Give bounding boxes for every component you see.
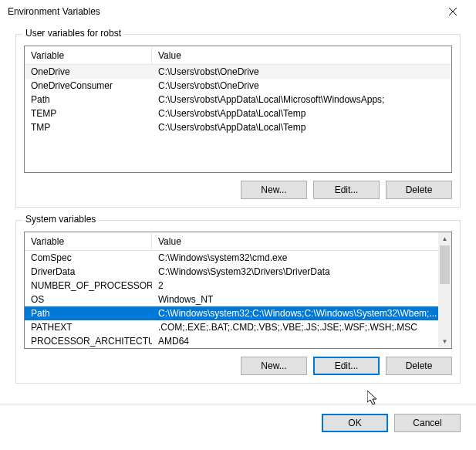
system-button-row: New... Edit... Delete (24, 357, 452, 375)
ok-button[interactable]: OK (322, 414, 388, 432)
scroll-up-icon[interactable]: ▲ (438, 232, 451, 245)
user-new-button[interactable]: New... (241, 181, 307, 199)
system-new-button[interactable]: New... (241, 357, 307, 375)
cell-value: C:\Windows\system32;C:\Windows;C:\Window… (152, 307, 438, 320)
table-row[interactable]: TMP C:\Users\robst\AppData\Local\Temp (25, 120, 451, 134)
cell-value: C:\Windows\system32\cmd.exe (152, 252, 438, 264)
window-title: Environment Variables (8, 6, 437, 17)
system-group-label: System variables (22, 214, 99, 225)
cell-variable: OS (25, 293, 152, 306)
cell-variable: TEMP (25, 107, 152, 120)
user-button-row: New... Edit... Delete (24, 181, 452, 199)
system-variables-table[interactable]: Variable Value ComSpec C:\Windows\system… (24, 232, 452, 349)
cell-variable: Path (25, 307, 152, 320)
user-variables-table[interactable]: Variable Value OneDrive C:\Users\robst\O… (24, 46, 452, 173)
cell-value: C:\Windows\System32\Drivers\DriverData (152, 266, 438, 278)
table-row[interactable]: DriverData C:\Windows\System32\Drivers\D… (25, 265, 438, 279)
cell-value: C:\Users\robst\OneDrive (152, 80, 451, 92)
cell-variable: OneDriveConsumer (25, 80, 152, 92)
user-delete-button[interactable]: Delete (386, 181, 452, 199)
cell-variable: DriverData (25, 266, 152, 278)
table-row-selected[interactable]: Path C:\Windows\system32;C:\Windows;C:\W… (25, 306, 438, 320)
cancel-button[interactable]: Cancel (394, 414, 461, 432)
table-row[interactable]: TEMP C:\Users\robst\AppData\Local\Temp (25, 107, 451, 120)
cell-variable: PROCESSOR_ARCHITECTURE (25, 335, 152, 347)
table-row[interactable]: ComSpec C:\Windows\system32\cmd.exe (25, 251, 438, 265)
column-header-value[interactable]: Value (152, 233, 438, 250)
column-header-variable[interactable]: Variable (25, 233, 152, 250)
cell-value: Windows_NT (152, 293, 438, 306)
cell-value: 2 (152, 279, 438, 292)
cell-variable: TMP (25, 121, 152, 134)
system-delete-button[interactable]: Delete (386, 357, 452, 375)
cell-variable: ComSpec (25, 252, 152, 264)
system-edit-button[interactable]: Edit... (313, 357, 380, 375)
cell-value: C:\Users\robst\AppData\Local\Temp (152, 121, 451, 134)
cell-value: C:\Users\robst\AppData\Local\Microsoft\W… (152, 93, 451, 106)
titlebar: Environment Variables (0, 0, 476, 23)
scroll-track[interactable] (438, 245, 451, 335)
system-table-header: Variable Value (25, 232, 438, 251)
table-row[interactable]: OneDrive C:\Users\robst\OneDrive (25, 65, 451, 79)
cell-variable: Path (25, 93, 152, 106)
user-edit-button[interactable]: Edit... (313, 181, 380, 199)
table-row[interactable]: PATHEXT .COM;.EXE;.BAT;.CMD;.VBS;.VBE;.J… (25, 320, 438, 334)
table-row[interactable]: PROCESSOR_ARCHITECTURE AMD64 (25, 334, 438, 348)
cell-value: C:\Users\robst\OneDrive (152, 66, 451, 78)
cell-variable: PATHEXT (25, 321, 152, 333)
close-button[interactable] (437, 1, 468, 22)
cell-value: .COM;.EXE;.BAT;.CMD;.VBS;.VBE;.JS;.JSE;.… (152, 321, 438, 333)
column-header-variable[interactable]: Variable (25, 47, 152, 64)
table-row[interactable]: NUMBER_OF_PROCESSORS 2 (25, 279, 438, 293)
table-row[interactable]: OneDriveConsumer C:\Users\robst\OneDrive (25, 79, 451, 93)
cell-value: C:\Users\robst\AppData\Local\Temp (152, 107, 451, 120)
user-group-label: User variables for robst (22, 28, 124, 39)
system-variables-group: System variables Variable Value ComSpec … (15, 220, 461, 384)
close-icon (449, 8, 457, 15)
column-header-value[interactable]: Value (152, 47, 451, 64)
cell-variable: NUMBER_OF_PROCESSORS (25, 279, 152, 292)
table-row[interactable]: OS Windows_NT (25, 293, 438, 306)
user-table-header: Variable Value (25, 46, 451, 65)
scroll-down-icon[interactable]: ▼ (438, 335, 451, 348)
table-row[interactable]: Path C:\Users\robst\AppData\Local\Micros… (25, 93, 451, 107)
scroll-thumb[interactable] (440, 245, 450, 284)
user-variables-group: User variables for robst Variable Value … (15, 34, 461, 208)
cell-value: AMD64 (152, 335, 438, 347)
dialog-footer: OK Cancel (0, 404, 476, 442)
cell-variable: OneDrive (25, 66, 152, 78)
system-table-scrollbar[interactable]: ▲ ▼ (438, 232, 451, 348)
